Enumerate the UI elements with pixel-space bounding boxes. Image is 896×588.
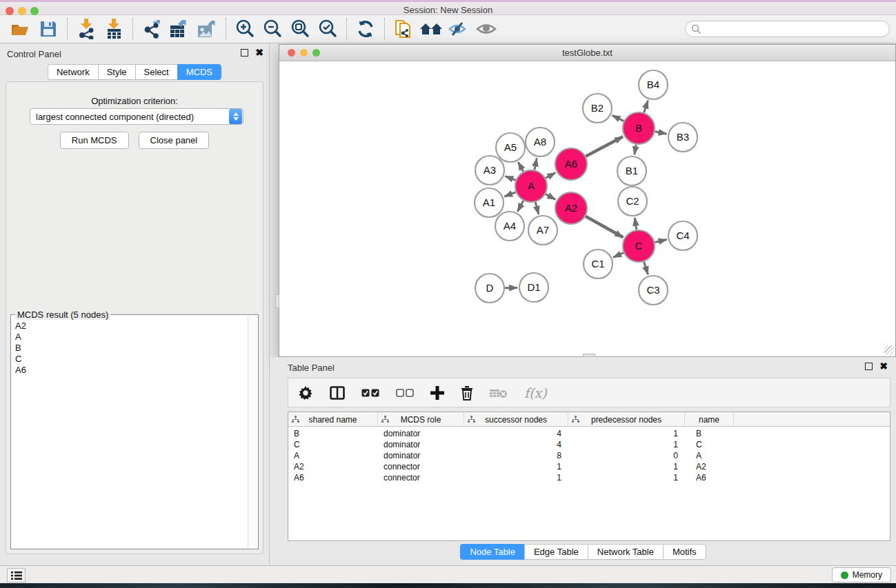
table-cell[interactable]: C [696,439,737,450]
vertical-splitter-handle[interactable] [275,294,279,308]
mcds-result-item[interactable]: A2 [12,321,247,332]
memory-button[interactable]: Memory [832,567,891,582]
refresh-layout-button[interactable] [352,17,379,41]
table-cell[interactable]: dominator [384,439,459,450]
criterion-select[interactable]: largest connected component (directed) [30,108,243,125]
table-row[interactable]: Bdominator41B [288,428,890,439]
table-cell[interactable]: A6 [294,472,372,483]
table-cell[interactable]: A [294,450,372,461]
table-row[interactable]: A2connector11A2 [288,461,890,472]
zoom-in-button[interactable] [231,17,259,41]
import-table-button[interactable] [100,17,128,41]
close-panel-icon[interactable]: ✖ [255,49,263,57]
graph-edge-A-A8[interactable] [535,159,537,170]
column-header-shared-name[interactable]: shared name [288,412,378,427]
search-input[interactable] [685,21,890,37]
clear-table-button[interactable] [490,387,508,398]
save-session-button[interactable] [34,17,62,41]
float-table-panel-icon[interactable] [865,363,873,370]
zoom-selected-button[interactable] [314,17,341,41]
hide-panel-button[interactable] [445,17,472,41]
tab-mcds[interactable]: MCDS [177,64,221,80]
export-image-button[interactable] [193,17,221,41]
zoom-out-button[interactable] [259,17,286,41]
add-column-button[interactable] [430,386,444,400]
tab-motifs[interactable]: Motifs [663,544,706,560]
graph-edge-A-A6[interactable] [546,173,555,179]
graph-edge-A6-B[interactable] [586,136,623,156]
graph-edge-B-B3[interactable] [655,132,667,134]
table-cell[interactable]: connector [384,461,459,472]
run-mcds-button[interactable]: Run MCDS [60,132,129,149]
table-cell[interactable]: B [696,428,737,439]
tab-select[interactable]: Select [135,64,177,80]
tab-node-table[interactable]: Node Table [460,544,524,560]
graph-edge-C-C4[interactable] [655,240,666,243]
column-header-successor-nodes[interactable]: successor nodes [464,412,568,427]
float-panel-icon[interactable] [241,49,248,57]
result-scrollbar[interactable] [248,316,257,548]
table-cell[interactable]: A2 [294,461,372,472]
table-cell[interactable]: dominator [384,450,459,461]
mcds-result-item[interactable]: A [12,332,247,343]
column-header-name[interactable]: name [685,412,734,427]
graph-edge-A-A7[interactable] [535,202,539,214]
table-cell[interactable]: 1 [574,439,678,450]
table-cell[interactable]: 8 [470,450,561,461]
tab-network-table[interactable]: Network Table [588,544,663,560]
column-view-button[interactable] [330,386,345,400]
table-cell[interactable]: 1 [470,472,561,483]
graph-edge-B-B4[interactable] [644,101,648,112]
table-cell[interactable]: 1 [574,428,678,439]
graph-edge-C-C3[interactable] [644,262,648,274]
table-cell[interactable]: dominator [384,428,459,439]
table-cell[interactable]: 4 [470,439,561,450]
table-row[interactable]: Adominator80A [288,450,890,461]
tab-style[interactable]: Style [98,64,135,80]
export-table-button[interactable] [166,17,193,41]
column-header-predecessor-nodes[interactable]: predecessor nodes [568,412,685,427]
mcds-result-item[interactable]: B [12,343,247,354]
open-file-button[interactable] [7,17,34,41]
table-cell[interactable]: A6 [696,472,737,483]
function-builder-button[interactable]: f(x) [524,385,547,401]
network-overview-button[interactable] [417,17,445,41]
table-row[interactable]: Cdominator41C [288,439,890,450]
deselect-all-button[interactable] [396,389,414,397]
network-canvas[interactable]: B4B2BB3A8A5A6A3B1AC2A1A2A4A7C4CC1DD1C3 [280,62,895,356]
table-cell[interactable]: A [696,450,737,461]
select-all-button[interactable] [361,389,379,397]
graph-edge-A-A3[interactable] [505,176,515,181]
tab-edge-table[interactable]: Edge Table [524,544,588,560]
zoom-fit-button[interactable] [286,17,314,41]
table-settings-button[interactable] [298,385,313,401]
delete-column-button[interactable] [461,385,473,401]
resize-grip[interactable] [884,345,894,355]
table-cell[interactable]: connector [384,472,459,483]
mcds-result-item[interactable]: A6 [12,365,247,376]
graph-edge-A-A1[interactable] [504,192,515,196]
close-panel-button[interactable]: Close panel [139,132,210,149]
close-table-panel-icon[interactable]: ✖ [879,363,888,370]
clone-network-button[interactable] [390,17,417,41]
show-panel-button[interactable] [472,17,500,41]
graph-edge-A2-C[interactable] [586,216,623,238]
column-header-mcds-role[interactable]: MCDS role [378,412,464,427]
tab-network[interactable]: Network [48,64,98,80]
table-cell[interactable]: 1 [574,472,678,483]
import-network-button[interactable] [72,17,100,41]
graph-edge-B-B2[interactable] [613,115,624,121]
table-cell[interactable]: C [294,439,372,450]
graph-edge-A-A5[interactable] [518,162,523,172]
table-cell[interactable]: 0 [574,450,678,461]
table-row[interactable]: A6connector11A6 [288,472,890,483]
table-cell[interactable]: 4 [470,428,561,439]
graph-edge-B-B1[interactable] [635,145,636,155]
graph-edge-A-A4[interactable] [517,201,523,212]
graph-edge-C-C1[interactable] [613,253,624,258]
table-cell[interactable]: A2 [696,461,737,472]
export-network-button[interactable] [138,17,166,41]
task-history-button[interactable] [7,568,26,582]
table-cell[interactable]: 1 [470,461,561,472]
table-cell[interactable]: B [294,428,372,439]
